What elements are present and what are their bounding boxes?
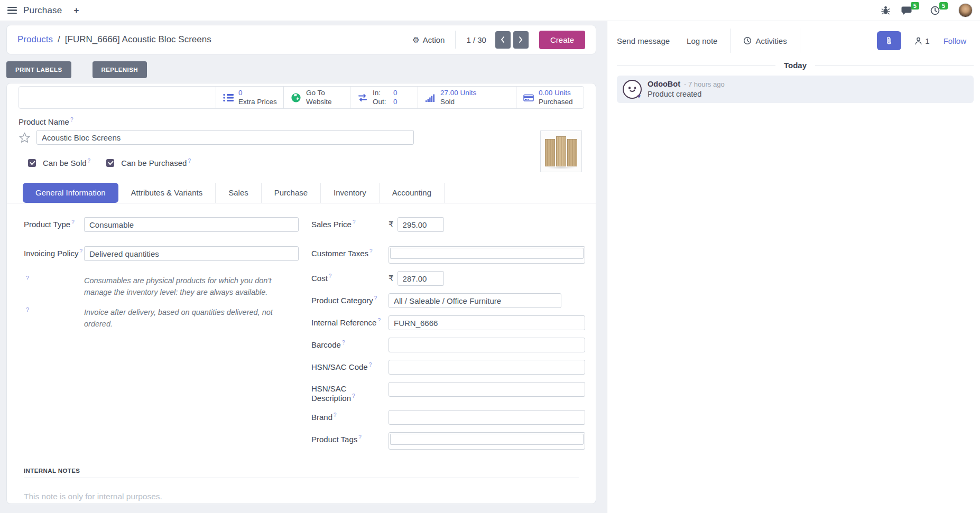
product-tags-input[interactable] [389, 432, 585, 450]
schedule-activity-button[interactable]: Activities [743, 36, 787, 45]
favorite-star-icon[interactable] [19, 132, 31, 144]
wood-screen-panel [556, 136, 566, 166]
brand-input[interactable] [389, 410, 585, 425]
chatter-toolbar: Send message Log note Activities [617, 27, 974, 54]
customer-taxes-input[interactable] [389, 246, 585, 264]
stat-units-purchased[interactable]: 0.00 Units Purchased [516, 87, 584, 108]
form-column-left: Product Type? Invoicing Policy? ? Consum… [24, 217, 299, 457]
debug-bug-icon[interactable] [881, 5, 891, 15]
currency-symbol: ₹ [389, 220, 394, 229]
divider [455, 31, 456, 49]
barcode-input[interactable] [389, 338, 585, 352]
in-label: In: [373, 89, 388, 97]
can-be-sold-label: Can be Sold? [43, 158, 90, 167]
extra-prices-label: Extra Prices [238, 98, 277, 106]
app-name[interactable]: Purchase [23, 5, 62, 16]
date-divider-label: Today [784, 61, 807, 70]
activities-clock-icon[interactable]: 5 [930, 5, 948, 16]
chatter-message: ♥ OdooBot - 7 hours ago Product created [617, 76, 974, 103]
out-label: Out: [373, 98, 388, 106]
currency-symbol: ₹ [389, 274, 394, 283]
extra-prices-value: 0 [238, 89, 277, 97]
cost-input[interactable] [397, 271, 444, 286]
pager-previous-button[interactable] [495, 31, 511, 49]
pager-counter: 1 / 30 [466, 35, 486, 44]
can-be-purchased-label: Can be Purchased? [121, 158, 191, 167]
notebook-tabs: General Information Attributes & Variant… [7, 183, 596, 203]
hsn-sac-description-label: HSN/SAC Description? [311, 382, 389, 403]
breadcrumb-products-link[interactable]: Products [17, 34, 53, 45]
barcode-label: Barcode? [311, 338, 389, 349]
divider [730, 29, 731, 53]
paperclip-icon [884, 36, 894, 45]
tab-accounting[interactable]: Accounting [379, 183, 445, 203]
tab-attributes-variants[interactable]: Attributes & Variants [118, 183, 216, 203]
product-type-label: Product Type? [24, 217, 84, 229]
send-message-button[interactable]: Send message [617, 36, 670, 45]
units-purchased-label: Purchased [539, 98, 573, 106]
stat-go-to-website[interactable]: Go To Website [283, 87, 350, 108]
credit-card-icon [523, 94, 534, 102]
invoicing-policy-input[interactable] [84, 246, 299, 261]
hsn-sac-code-label: HSN/SAC Code? [311, 360, 389, 371]
help-marker: ? [24, 275, 84, 299]
help-marker: ? [24, 306, 84, 330]
can-be-sold-checkbox[interactable]: Can be Sold? [28, 158, 90, 167]
messages-count-badge: 5 [911, 2, 919, 10]
print-labels-button[interactable]: PRINT LABELS [6, 61, 71, 78]
action-menu-button[interactable]: ⚙ Action [412, 35, 445, 44]
website-line1: Go To [306, 89, 332, 97]
tab-inventory[interactable]: Inventory [320, 183, 379, 203]
internal-notes-header: INTERNAL NOTES [24, 468, 579, 478]
in-value: 0 [393, 89, 397, 97]
tab-sales[interactable]: Sales [215, 183, 261, 203]
replenish-button[interactable]: REPLENISH [93, 61, 147, 78]
product-category-label: Product Category? [311, 293, 389, 305]
message-body: Product created [648, 90, 725, 98]
apps-menu-icon[interactable] [7, 7, 17, 14]
out-value: 0 [393, 98, 397, 106]
product-type-input[interactable] [84, 217, 299, 232]
stat-extra-prices[interactable]: 0 Extra Prices [216, 87, 283, 108]
tab-purchase[interactable]: Purchase [261, 183, 320, 203]
product-name-input[interactable] [36, 130, 414, 145]
attach-files-button[interactable] [877, 31, 901, 50]
bar-chart-icon [425, 93, 436, 102]
can-be-purchased-checkbox[interactable]: Can be Purchased? [106, 158, 191, 167]
invoicing-help-text: Invoice after delivery, based on quantit… [84, 306, 299, 330]
hsn-sac-code-input[interactable] [389, 360, 585, 375]
messages-icon[interactable]: 5 [901, 5, 919, 15]
plus-icon[interactable]: + [73, 5, 79, 16]
message-timestamp: - 7 hours ago [684, 80, 725, 88]
hsn-sac-description-input[interactable] [389, 382, 585, 397]
sales-price-input[interactable] [397, 217, 444, 232]
breadcrumb: Products / [FURN_6666] Acoustic Bloc Scr… [17, 34, 211, 45]
brand-label: Brand? [311, 410, 389, 422]
internal-notes-editor[interactable]: This note is only for internal purposes. [24, 492, 579, 501]
follow-button[interactable]: Follow [944, 36, 966, 45]
message-author[interactable]: OdooBot [648, 80, 680, 88]
product-image[interactable] [540, 130, 582, 172]
page: Purchase + 5 5 [0, 0, 980, 513]
user-avatar[interactable] [958, 3, 973, 17]
divider [800, 29, 800, 53]
product-form-sheet: 0 Extra Prices Go To Website [6, 83, 596, 504]
log-note-button[interactable]: Log note [687, 36, 717, 45]
product-category-input[interactable] [389, 293, 561, 308]
stat-units-sold[interactable]: 27.00 Units Sold [418, 87, 516, 108]
tab-general-information[interactable]: General Information [23, 183, 118, 203]
create-button[interactable]: Create [539, 31, 585, 49]
control-panel: Products / [FURN_6666] Acoustic Bloc Scr… [6, 25, 596, 54]
stat-in-out[interactable]: In:0 Out:0 [350, 87, 418, 108]
units-sold-label: Sold [440, 98, 476, 106]
followers-button[interactable]: 1 [914, 36, 929, 45]
followers-count: 1 [925, 36, 929, 45]
cost-label: Cost? [311, 271, 389, 283]
internal-reference-input[interactable] [389, 315, 585, 330]
activity-clock-icon [743, 36, 752, 45]
consumable-help-text: Consumables are physical products for wh… [84, 275, 299, 299]
pricelist-icon [223, 94, 234, 102]
pager-next-button[interactable] [513, 31, 529, 49]
wood-screen-panel [567, 139, 577, 166]
invoicing-policy-label: Invoicing Policy? [24, 246, 84, 258]
